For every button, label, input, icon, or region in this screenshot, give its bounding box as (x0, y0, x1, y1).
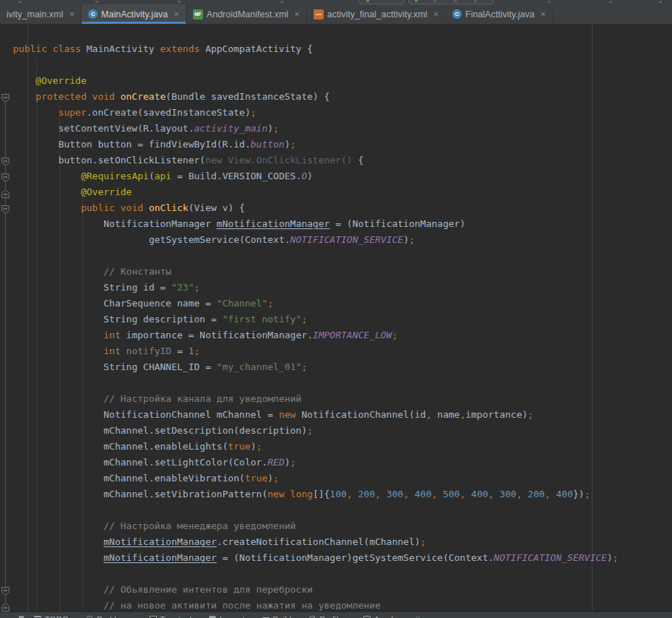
close-icon[interactable]: × (433, 9, 439, 19)
code-line (0, 57, 672, 73)
code-line: super.onCreate(savedInstanceState); (0, 105, 672, 121)
tab-strip: ivity_main.xml × C MainActivity.java × M… (0, 4, 553, 24)
code-line: mNotificationManager = (NotificationMana… (0, 550, 672, 566)
code-line: // Обьявление интентов для переброски (0, 582, 672, 598)
code-line: NotificationChannel mChannel = new Notif… (0, 407, 672, 423)
code-line: mChannel.setLightColor(Color.RED); (0, 455, 672, 471)
toolbar-item-problems[interactable]: Problems (86, 615, 132, 618)
code-line: String CHANNEL_ID = "my_channel_01"; (0, 359, 672, 375)
code-line: public class MainActivity extends AppCom… (0, 41, 672, 57)
java-class-icon: C (88, 9, 98, 19)
fold-end-icon[interactable] (1, 601, 9, 610)
ide-window: ivity_main.xml × C MainActivity.java × M… (0, 0, 672, 618)
close-icon[interactable]: × (69, 9, 75, 19)
code-line: CharSequence name = "Channel"; (0, 296, 672, 312)
code-line: mChannel.setVibrationPattern(new long[]{… (0, 486, 672, 502)
tab-label: ivity_main.xml (7, 9, 64, 20)
fold-collapse-icon[interactable] (1, 93, 9, 101)
close-icon[interactable]: × (294, 9, 300, 19)
run-icon (415, 0, 418, 2)
code-line (0, 566, 672, 582)
code-line: // на новое активити после нажатия на ув… (0, 598, 672, 611)
code-line (0, 502, 672, 518)
tab-label: FinalActtivity.java (465, 9, 535, 20)
toolbar-item-terminal[interactable]: Terminal (150, 615, 191, 618)
code-line: Button button = findViewById(R.id.button… (0, 137, 672, 153)
code-line: mChannel.enableVibration(true); (0, 471, 672, 486)
tab-activity-final-acttivity-xml[interactable]: activity_final_acttivity.xml × (307, 4, 446, 24)
code-line: // Настройка менеджера уведомлений (0, 518, 672, 534)
run-icon (366, 0, 369, 2)
tab-androidmanifest-xml[interactable]: MF AndroidManifest.xml × (186, 4, 307, 24)
code-line: mChannel.enableLights(true); (0, 439, 672, 455)
tool-window-bar: TODO Problems Terminal Logcat Build Prof… (0, 611, 672, 618)
code-line: button.setOnClickListener(new View.OnCli… (0, 153, 672, 168)
code-line (0, 248, 672, 264)
close-icon[interactable]: × (173, 9, 179, 19)
code-line: protected void onCreate(Bundle savedInst… (0, 89, 672, 105)
code-line: public void onClick(View v) { (0, 200, 672, 216)
tab-finalacttivity-java[interactable]: C FinalActtivity.java × (446, 4, 553, 24)
editor-tab-bar: ivity_main.xml × C MainActivity.java × M… (0, 0, 672, 25)
fold-collapse-icon[interactable] (1, 172, 9, 181)
code-line: @Override (0, 184, 672, 200)
code-line: String description = "first notify"; (0, 312, 672, 327)
code-line: getSystemService(Context.NOTIFICATION_SE… (0, 232, 672, 248)
java-class-icon: C (452, 9, 462, 19)
code-line: int importance = NotificationManager.IMP… (0, 327, 672, 343)
toolbar-item-app-inspection[interactable]: App Inspection (363, 615, 429, 618)
code-line: setContentView(R.layout.activity_main); (0, 121, 672, 137)
code-line: String id = "23"; (0, 280, 672, 296)
code-line: mChannel.setDescription(description); (0, 423, 672, 439)
fold-collapse-icon[interactable] (1, 204, 9, 213)
fold-collapse-icon[interactable] (1, 585, 9, 594)
code-line: // Константы (0, 264, 672, 280)
code-line: // Настройка канала для уведомлений (0, 391, 672, 407)
tab-label: activity_final_acttivity.xml (327, 9, 428, 20)
toolbar-item-todo[interactable]: TODO (34, 615, 69, 618)
code-line: mNotificationManager.createNotificationC… (0, 534, 672, 550)
code-line: NotificationManager mNotificationManager… (0, 216, 672, 232)
code-line (0, 375, 672, 391)
close-icon[interactable]: × (540, 9, 546, 19)
code-line: int notifyID = 1; (0, 343, 672, 359)
code-editor[interactable]: public class MainActivity extends AppCom… (0, 24, 672, 611)
code-line: @Override (0, 73, 672, 89)
tab-label: AndroidManifest.xml (207, 9, 288, 20)
toolbar-item-profiler[interactable]: Profiler (309, 615, 345, 618)
tab-label: MainActivity.java (101, 9, 168, 20)
tab-mainactivity-java[interactable]: C MainActivity.java × (82, 4, 186, 24)
layout-xml-file-icon (314, 9, 324, 20)
tab-activity-main-xml[interactable]: ivity_main.xml × (0, 4, 82, 24)
fold-end-icon[interactable] (1, 188, 9, 197)
fold-collapse-icon[interactable] (1, 156, 9, 165)
manifest-file-icon: MF (193, 9, 203, 20)
code-line: @RequiresApi(api = Build.VERSION_CODES.O… (0, 168, 672, 184)
toolbar-item-build[interactable]: Build (262, 615, 292, 618)
toolbar-item-logcat[interactable]: Logcat (209, 615, 245, 618)
